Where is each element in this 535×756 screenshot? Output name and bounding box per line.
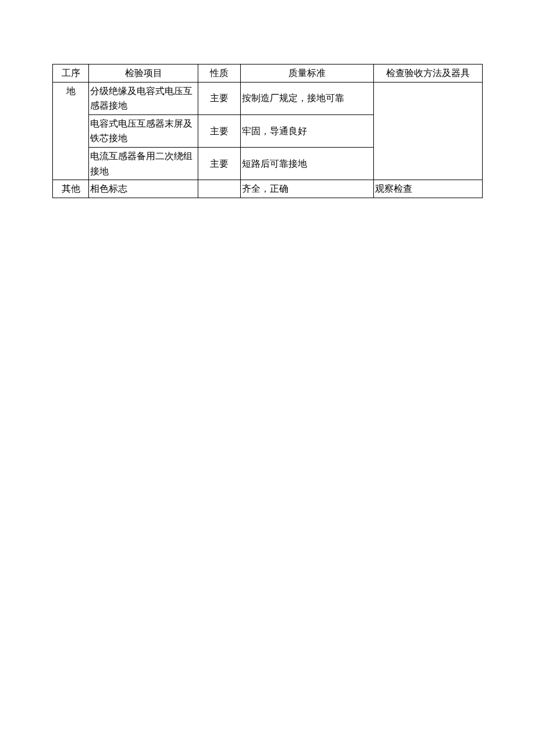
- cell-nature: 主要: [198, 82, 240, 114]
- cell-standard: 牢固，导通良好: [240, 114, 373, 147]
- header-col1: 工序: [53, 65, 89, 83]
- header-col3: 性质: [198, 65, 240, 83]
- header-col5: 检查验收方法及器具: [373, 65, 482, 83]
- cell-nature: 主要: [198, 114, 240, 147]
- cell-process: 地: [53, 82, 89, 180]
- cell-item: 相色标志: [89, 180, 198, 198]
- cell-nature: 主要: [198, 147, 240, 180]
- table-row: 地 分级绝缘及电容式电压互感器接地 主要 按制造厂规定，接地可靠: [53, 82, 483, 114]
- cell-standard: 短路后可靠接地: [240, 147, 373, 180]
- cell-standard: 按制造厂规定，接地可靠: [240, 82, 373, 114]
- cell-process: 其他: [53, 180, 89, 198]
- cell-item: 分级绝缘及电容式电压互感器接地: [89, 82, 198, 114]
- cell-nature: [198, 180, 240, 198]
- document-page: 工序 检验项目 性质 质量标准 检查验收方法及器具 地 分级绝缘及电容式电压互感…: [0, 0, 535, 198]
- cell-item: 电流互感器备用二次绕组接地: [89, 147, 198, 180]
- cell-method: 观察检查: [373, 180, 482, 198]
- cell-standard: 齐全，正确: [240, 180, 373, 198]
- table-row: 其他 相色标志 齐全，正确 观察检查: [53, 180, 483, 198]
- table-header-row: 工序 检验项目 性质 质量标准 检查验收方法及器具: [53, 65, 483, 83]
- cell-item: 电容式电压互感器末屏及铁芯接地: [89, 114, 198, 147]
- inspection-table: 工序 检验项目 性质 质量标准 检查验收方法及器具 地 分级绝缘及电容式电压互感…: [52, 64, 483, 198]
- header-col4: 质量标准: [240, 65, 373, 83]
- cell-method: [373, 82, 482, 180]
- header-col2: 检验项目: [89, 65, 198, 83]
